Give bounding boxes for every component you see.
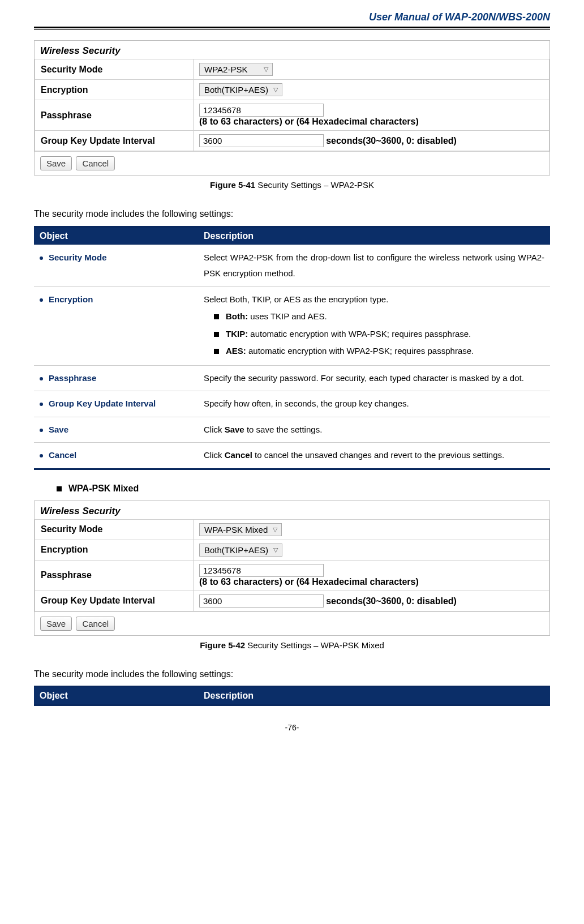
section-title-text: WPA-PSK Mixed: [68, 484, 139, 493]
th-description: Description: [198, 687, 550, 705]
passphrase-hint: (8 to 63 characters) or (64 Hexadecimal …: [199, 577, 419, 587]
passphrase-hint: (8 to 63 characters) or (64 Hexadecimal …: [199, 117, 419, 126]
desc-pre: Click: [204, 425, 225, 434]
caption-text: Security Settings – WPA2-PSK: [255, 180, 374, 190]
section-heading: WPA-PSK Mixed: [57, 484, 550, 494]
table-row-obj: Passphrase: [34, 365, 198, 391]
obj-text: Group Key Update Interval: [49, 399, 156, 408]
obj-text: Passphrase: [49, 373, 96, 383]
square-bullet-icon: [214, 349, 219, 354]
passphrase-input[interactable]: 12345678: [199, 104, 324, 117]
encryption-dropdown[interactable]: Both(TKIP+AES) ▽: [199, 544, 282, 557]
obj-text: Save: [49, 425, 68, 434]
dropdown-value: Both(TKIP+AES): [202, 545, 272, 555]
desc-post: to save the settings.: [244, 425, 323, 434]
item-text: automatic encryption with WPA-PSK; requi…: [248, 329, 471, 339]
item-bold: AES:: [226, 346, 246, 356]
description-table-1: Object Description Security Mode Select …: [34, 226, 550, 470]
passphrase-input[interactable]: 12345678: [199, 564, 324, 577]
desc-pre: Click: [204, 450, 225, 460]
label-passphrase: Passphrase: [35, 100, 194, 131]
caption-bold: Figure 5-42: [200, 640, 245, 650]
paragraph: The security mode includes the following…: [34, 667, 550, 682]
interval-hint: seconds(30~3600, 0: disabled): [326, 596, 457, 606]
save-button[interactable]: Save: [40, 617, 72, 631]
table-row-obj: Security Mode: [34, 245, 198, 286]
paragraph: The security mode includes the following…: [34, 207, 550, 221]
label-encryption: Encryption: [35, 80, 194, 100]
table-row-obj: Group Key Update Interval: [34, 391, 198, 417]
table-row-desc: Specify the security password. For secur…: [198, 365, 550, 391]
table-row-desc: Select WPA2-PSK from the drop-down list …: [198, 245, 550, 286]
panel-title: Wireless Security: [35, 41, 549, 59]
sub-list: Both: uses TKIP and AES. TKIP: automatic…: [204, 309, 544, 360]
label-security-mode: Security Mode: [35, 59, 194, 80]
chevron-down-icon: ▽: [262, 66, 270, 73]
description-table-2: Object Description: [34, 686, 550, 706]
obj-text: Encryption: [49, 294, 93, 304]
settings-table: Security Mode WPA2-PSK ▽ Encryption Both…: [35, 59, 549, 151]
square-bullet-icon: [57, 486, 62, 491]
button-row: Save Cancel: [35, 151, 549, 175]
interval-input[interactable]: 3600: [199, 594, 324, 608]
dropdown-value: WPA-PSK Mixed: [202, 525, 271, 534]
bullet-icon: [40, 403, 43, 406]
caption-bold: Figure 5-41: [210, 180, 255, 190]
label-security-mode: Security Mode: [35, 519, 194, 540]
desc-bold: Cancel: [225, 450, 252, 460]
label-interval: Group Key Update Interval: [35, 131, 194, 151]
chevron-down-icon: ▽: [272, 86, 280, 93]
label-passphrase: Passphrase: [35, 560, 194, 591]
table-row-desc: Select Both, TKIP, or AES as the encrypt…: [198, 286, 550, 365]
th-object: Object: [34, 226, 198, 245]
bullet-icon: [40, 298, 43, 302]
th-description: Description: [198, 226, 550, 245]
square-bullet-icon: [214, 314, 219, 319]
table-row-obj: Encryption: [34, 286, 198, 365]
chevron-down-icon: ▽: [272, 546, 280, 554]
item-bold: TKIP:: [226, 329, 248, 339]
security-mode-dropdown[interactable]: WPA2-PSK ▽: [199, 63, 273, 76]
interval-hint: seconds(30~3600, 0: disabled): [326, 136, 457, 146]
wireless-security-panel-2: Wireless Security Security Mode WPA-PSK …: [34, 500, 550, 636]
bullet-icon: [40, 256, 43, 260]
obj-text: Security Mode: [49, 253, 107, 262]
item-text: automatic encryption with WPA2-PSK; requ…: [246, 346, 474, 356]
cancel-button[interactable]: Cancel: [76, 617, 115, 631]
desc-lead: Select Both, TKIP, or AES as the encrypt…: [204, 292, 544, 308]
table-row-obj: Save: [34, 417, 198, 443]
label-encryption: Encryption: [35, 540, 194, 560]
table-row-desc: Click Save to save the settings.: [198, 417, 550, 443]
encryption-dropdown[interactable]: Both(TKIP+AES) ▽: [199, 83, 282, 96]
caption-text: Security Settings – WPA-PSK Mixed: [245, 640, 384, 650]
th-object: Object: [34, 687, 198, 705]
security-mode-dropdown[interactable]: WPA-PSK Mixed ▽: [199, 523, 282, 536]
figure-caption-2: Figure 5-42 Security Settings – WPA-PSK …: [34, 640, 550, 650]
bullet-icon: [40, 429, 43, 432]
obj-text: Cancel: [49, 450, 76, 460]
square-bullet-icon: [214, 332, 219, 337]
header-divider: [34, 27, 550, 30]
settings-table: Security Mode WPA-PSK Mixed ▽ Encryption…: [35, 519, 549, 611]
item-text: uses TKIP and AES.: [248, 311, 327, 321]
item-bold: Both:: [226, 311, 248, 321]
panel-title: Wireless Security: [35, 501, 549, 519]
bullet-icon: [40, 454, 43, 457]
table-row-obj: Cancel: [34, 443, 198, 469]
label-interval: Group Key Update Interval: [35, 591, 194, 611]
table-row-desc: Click Cancel to cancel the unsaved chang…: [198, 443, 550, 469]
dropdown-value: WPA2-PSK: [202, 65, 251, 74]
cancel-button[interactable]: Cancel: [76, 156, 115, 170]
save-button[interactable]: Save: [40, 156, 72, 170]
figure-caption-1: Figure 5-41 Security Settings – WPA2-PSK: [34, 180, 550, 190]
bullet-icon: [40, 377, 43, 380]
interval-input[interactable]: 3600: [199, 134, 324, 147]
table-row-desc: Specify how often, in seconds, the group…: [198, 391, 550, 417]
button-row: Save Cancel: [35, 611, 549, 635]
desc-bold: Save: [225, 425, 244, 434]
page-footer: -76-: [34, 723, 550, 732]
page-header-title: User Manual of WAP-200N/WBS-200N: [34, 11, 550, 27]
chevron-down-icon: ▽: [271, 526, 279, 533]
wireless-security-panel-1: Wireless Security Security Mode WPA2-PSK…: [34, 40, 550, 176]
desc-post: to cancel the unsaved changes and revert…: [252, 450, 504, 460]
